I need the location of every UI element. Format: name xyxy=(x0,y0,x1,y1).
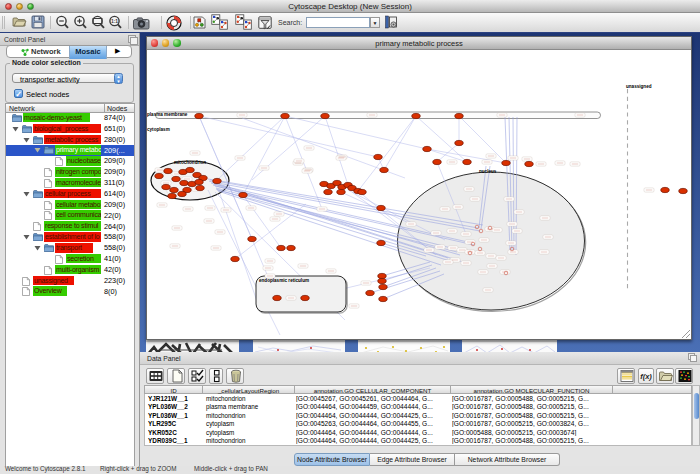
svg-text:f(x): f(x) xyxy=(640,372,652,381)
svg-text:cytoplasm: cytoplasm xyxy=(147,127,170,132)
svg-text:mitochondrion: mitochondrion xyxy=(174,160,206,165)
svg-text:plasma membrane: plasma membrane xyxy=(147,112,188,117)
svg-text:nucleus: nucleus xyxy=(479,169,497,174)
svg-text:unassigned: unassigned xyxy=(626,84,652,89)
svg-text:1:1: 1:1 xyxy=(111,18,118,24)
